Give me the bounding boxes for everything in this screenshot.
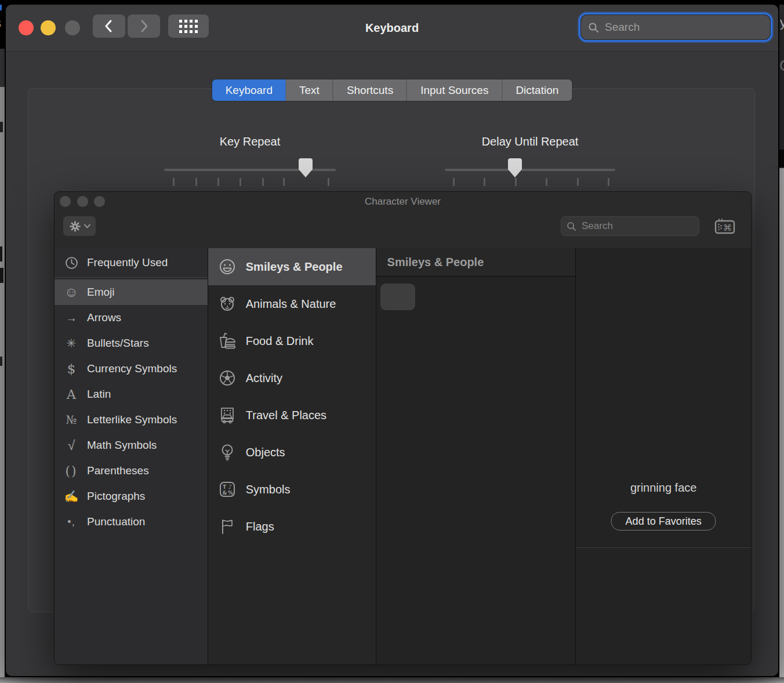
asterisk-icon: ✳ xyxy=(63,336,80,350)
food-drink-icon xyxy=(218,332,237,350)
category-flags[interactable]: Flags xyxy=(208,508,376,545)
sidebar-item-label: Punctuation xyxy=(87,515,145,528)
background-window-fragment: y C xyxy=(779,5,784,168)
category-label: Flags xyxy=(246,520,274,533)
grid-section-header: Smileys & People xyxy=(376,248,576,277)
close-button[interactable] xyxy=(19,20,34,35)
preferences-search-field[interactable] xyxy=(581,15,770,39)
zoom-button[interactable] xyxy=(65,20,80,35)
sidebar-item-label: Emoji xyxy=(87,286,115,299)
character-grid: Smileys & People xyxy=(376,248,576,665)
background-window-fragment: s xyxy=(0,14,5,32)
search-input[interactable] xyxy=(604,20,763,34)
minimize-button[interactable] xyxy=(77,196,88,207)
svg-text:⌘: ⌘ xyxy=(723,222,732,232)
svg-text:%: % xyxy=(228,490,233,496)
key-repeat-label: Key Repeat xyxy=(164,135,336,150)
tab-bar: Keyboard Text Shortcuts Input Sources Di… xyxy=(212,79,572,101)
sidebar-item-emoji[interactable]: ☺ Emoji xyxy=(55,279,208,305)
background-window-fragment xyxy=(0,49,5,87)
character-search-field[interactable] xyxy=(561,216,699,236)
grid-icon xyxy=(179,20,198,33)
travel-icon xyxy=(218,406,237,424)
sidebar-item-frequently-used[interactable]: Frequently Used xyxy=(55,248,208,277)
tick xyxy=(217,178,219,186)
keyboard-viewer-icon: ⌘ xyxy=(714,219,735,235)
desktop-edge-strip xyxy=(0,677,784,683)
sidebar-item-label: Pictographs xyxy=(87,490,145,503)
zoom-button[interactable] xyxy=(94,196,105,207)
category-label: Symbols xyxy=(246,483,291,496)
category-label: Animals & Nature xyxy=(246,297,336,311)
tab-keyboard[interactable]: Keyboard xyxy=(212,79,286,101)
letter-a-icon: A xyxy=(63,387,80,402)
category-objects[interactable]: Objects xyxy=(208,434,376,471)
bear-icon xyxy=(218,295,237,313)
delay-until-repeat-label: Delay Until Repeat xyxy=(445,135,615,150)
tab-shortcuts[interactable]: Shortcuts xyxy=(333,79,406,101)
search-input[interactable] xyxy=(580,220,694,232)
title-bar[interactable]: Keyboard xyxy=(6,5,778,52)
symbols-icon: T♪&% xyxy=(218,480,237,499)
search-icon xyxy=(588,22,599,33)
sidebar-item-arrows[interactable]: → Arrows xyxy=(55,305,208,330)
sidebar-item-latin[interactable]: A Latin xyxy=(55,382,208,407)
back-button[interactable] xyxy=(93,14,125,38)
tick xyxy=(283,178,285,186)
lightbulb-icon xyxy=(218,443,237,462)
forward-button[interactable] xyxy=(128,14,160,38)
sidebar-item-label: Letterlike Symbols xyxy=(87,413,177,426)
background-window-fragment xyxy=(0,5,2,10)
parentheses-icon: () xyxy=(63,464,80,478)
svg-text:T: T xyxy=(223,484,227,490)
tab-text[interactable]: Text xyxy=(286,79,333,101)
key-repeat-slider-thumb[interactable] xyxy=(298,158,313,179)
arrow-right-icon: → xyxy=(63,311,80,325)
category-food-drink[interactable]: Food & Drink xyxy=(208,322,376,359)
smiley-icon: ☺ xyxy=(63,284,80,300)
numero-icon: № xyxy=(63,413,80,427)
tick xyxy=(608,178,609,186)
sidebar-item-punctuation[interactable]: •, Punctuation xyxy=(55,509,208,535)
tab-dictation[interactable]: Dictation xyxy=(502,79,572,101)
sidebar-item-parentheses[interactable]: () Parentheses xyxy=(55,458,208,484)
delay-slider[interactable] xyxy=(445,169,615,171)
character-viewer-window: Character Viewer xyxy=(54,191,752,665)
tick xyxy=(546,178,547,186)
sidebar-item-bullets-stars[interactable]: ✳ Bullets/Stars xyxy=(55,330,208,356)
keyboard-viewer-toggle-button[interactable]: ⌘ xyxy=(713,217,736,235)
tick xyxy=(453,178,455,186)
smiley-face-icon xyxy=(218,257,237,276)
sidebar-item-label: Latin xyxy=(87,388,111,401)
sidebar-item-math-symbols[interactable]: √ Math Symbols xyxy=(55,433,208,458)
gear-icon xyxy=(69,220,81,232)
clock-icon xyxy=(63,256,80,270)
chevron-right-icon xyxy=(137,17,150,35)
search-icon xyxy=(567,221,576,231)
delay-slider-thumb[interactable] xyxy=(507,158,522,179)
close-button[interactable] xyxy=(60,196,71,207)
category-label: Objects xyxy=(246,446,285,459)
character-viewer-title: Character Viewer xyxy=(55,192,751,211)
sidebar-item-currency-symbols[interactable]: $ Currency Symbols xyxy=(55,356,208,382)
tick xyxy=(484,178,485,186)
category-smileys-people[interactable]: Smileys & People xyxy=(208,248,376,285)
actions-menu-button[interactable] xyxy=(63,216,96,236)
show-all-button[interactable] xyxy=(168,14,209,38)
sidebar-item-letterlike-symbols[interactable]: № Letterlike Symbols xyxy=(55,407,208,433)
category-activity[interactable]: Activity xyxy=(208,359,376,397)
tab-input-sources[interactable]: Input Sources xyxy=(406,79,502,101)
category-animals-nature[interactable]: Animals & Nature xyxy=(208,285,376,322)
category-travel-places[interactable]: Travel & Places xyxy=(208,397,376,434)
minimize-button[interactable] xyxy=(41,20,56,35)
category-symbols[interactable]: T♪&% Symbols xyxy=(208,471,376,508)
radical-icon: √ xyxy=(63,438,80,453)
category-label: Travel & Places xyxy=(246,409,326,422)
category-label: Smileys & People xyxy=(246,260,343,274)
add-to-favorites-button[interactable]: Add to Favorites xyxy=(611,512,716,531)
category-group-sidebar: Frequently Used ☺ Emoji → Arrows ✳ Bulle… xyxy=(55,248,208,665)
category-label: Food & Drink xyxy=(246,335,314,348)
background-window-fragment xyxy=(0,87,5,683)
sidebar-item-pictographs[interactable]: ✍ Pictographs xyxy=(55,484,208,509)
emoji-cell-grinning-face[interactable] xyxy=(380,284,415,310)
